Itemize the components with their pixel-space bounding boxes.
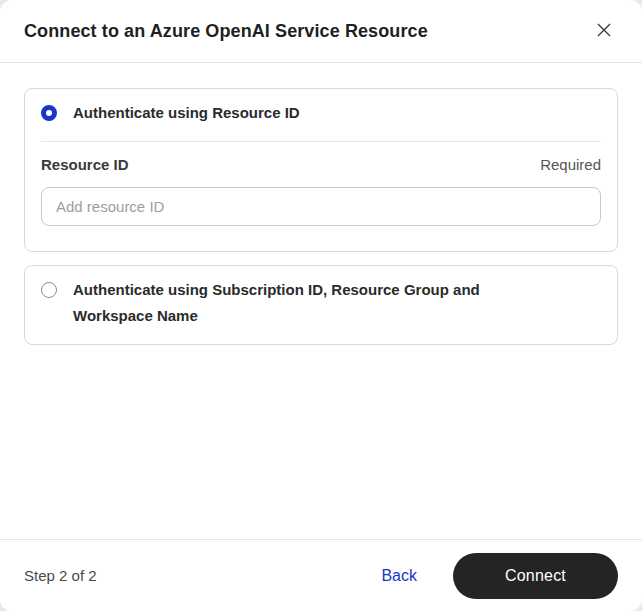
option-card-resource-id: Authenticate using Resource ID Resource … <box>24 88 618 252</box>
resource-id-field-section: Resource ID Required <box>25 142 617 251</box>
step-indicator: Step 2 of 2 <box>24 567 97 584</box>
close-icon <box>596 22 612 41</box>
field-header: Resource ID Required <box>41 156 601 173</box>
radio-option-label: Authenticate using Subscription ID, Reso… <box>73 277 601 329</box>
radio-unselected-icon[interactable] <box>41 282 57 298</box>
option-card-subscription: Authenticate using Subscription ID, Reso… <box>24 265 618 345</box>
required-badge: Required <box>540 156 601 173</box>
radio-selected-icon[interactable] <box>41 105 57 121</box>
resource-id-input[interactable] <box>41 187 601 226</box>
dialog-footer: Step 2 of 2 Back Connect <box>0 539 642 611</box>
radio-option-resource-id[interactable]: Authenticate using Resource ID <box>25 89 617 141</box>
resource-id-label: Resource ID <box>41 156 129 173</box>
dialog-header: Connect to an Azure OpenAI Service Resou… <box>0 0 642 63</box>
radio-option-subscription[interactable]: Authenticate using Subscription ID, Reso… <box>25 266 617 344</box>
radio-option-label: Authenticate using Resource ID <box>73 100 360 126</box>
back-button[interactable]: Back <box>381 567 417 585</box>
dialog-body: Authenticate using Resource ID Resource … <box>0 63 642 539</box>
close-button[interactable] <box>590 17 618 45</box>
page-title: Connect to an Azure OpenAI Service Resou… <box>24 21 428 42</box>
footer-actions: Back Connect <box>381 553 618 599</box>
connect-button[interactable]: Connect <box>453 553 618 599</box>
connect-azure-openai-dialog: Connect to an Azure OpenAI Service Resou… <box>0 0 642 611</box>
